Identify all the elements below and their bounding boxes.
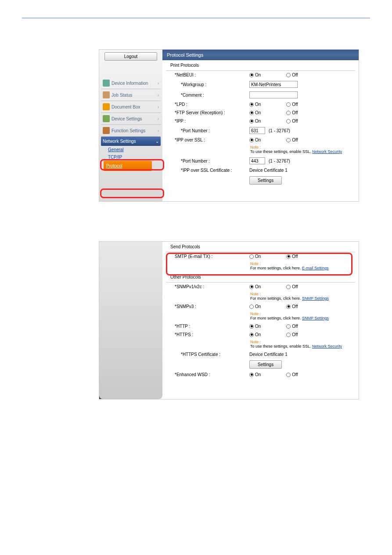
chevron-right-icon: › <box>158 128 159 133</box>
http-off[interactable]: Off <box>286 324 298 329</box>
http-on[interactable]: On <box>249 324 261 329</box>
snmp3-on[interactable]: On <box>249 304 261 309</box>
note-label: Note : <box>162 144 359 149</box>
nav-device-settings[interactable]: Device Settings› <box>101 113 161 125</box>
label-ippssl: *IPP over SSL : <box>170 138 249 142</box>
ippssl-settings-button[interactable]: Settings <box>249 176 282 185</box>
smtp-off[interactable]: Off <box>286 254 298 259</box>
chevron-down-icon: ⌄ <box>155 139 159 144</box>
header-rule <box>22 18 370 18</box>
lpd-off[interactable]: Off <box>286 102 298 107</box>
label-snmp3: *SNMPv3 : <box>170 304 249 309</box>
nav-label: Device Settings <box>111 116 142 121</box>
sidebar-2 <box>99 242 162 399</box>
nav-job-status[interactable]: Job Status› <box>101 89 161 101</box>
snmp3-off[interactable]: Off <box>286 304 298 309</box>
port-range: (1 - 32767) <box>269 128 290 133</box>
workgroup-input[interactable] <box>249 81 298 88</box>
nav-network-settings[interactable]: Network Settings⌄ <box>101 137 161 146</box>
smtp-on[interactable]: On <box>249 254 261 259</box>
https-off[interactable]: Off <box>286 332 298 337</box>
panel-title: Protocol Settings <box>162 50 359 60</box>
label-lpd: *LPD : <box>170 102 249 107</box>
ippssl-off[interactable]: Off <box>286 138 298 142</box>
sub-general[interactable]: General <box>108 146 161 153</box>
smtp-note: For more settings, click here. E-mail Se… <box>162 266 359 272</box>
port2-range: (1 - 32767) <box>269 159 290 163</box>
snmp12-on[interactable]: On <box>249 284 261 289</box>
label-ftp: *FTP Server (Reception) : <box>170 110 249 115</box>
ftp-off[interactable]: Off <box>286 110 298 115</box>
document-box-icon <box>103 103 110 110</box>
lpd-on[interactable]: On <box>249 102 261 107</box>
sidebar: Logout Device Information› Job Status› D… <box>99 50 162 201</box>
screenshot-1: Logout Device Information› Job Status› D… <box>99 49 359 202</box>
nav-label: Job Status <box>111 93 132 98</box>
link-email-settings[interactable]: E-mail Settings <box>302 266 329 270</box>
job-status-icon <box>103 91 110 98</box>
note-label: Note : <box>162 339 359 344</box>
label-netbeui: *NetBEUI : <box>170 73 249 77</box>
section-send-protocols: Send Protocols <box>166 242 355 252</box>
ewsd-off[interactable]: Off <box>286 372 298 377</box>
screenshot-2: Send Protocols SMTP (E-mail TX) :OnOff N… <box>99 241 359 399</box>
nav-function-settings[interactable]: Function Settings› <box>101 125 161 137</box>
https-settings-button[interactable]: Settings <box>249 360 282 369</box>
nav-label: Document Box <box>111 105 140 109</box>
function-settings-icon <box>103 127 110 134</box>
nav-label: Network Settings <box>103 139 136 144</box>
sub-tcpip[interactable]: TCP/IP <box>108 153 161 161</box>
nav-document-box[interactable]: Document Box› <box>101 101 161 113</box>
ewsd-on[interactable]: On <box>249 372 261 377</box>
snmp12-off[interactable]: Off <box>286 284 298 289</box>
label-ippssl-port: *Port Number : <box>170 159 249 163</box>
chevron-right-icon: › <box>158 81 159 86</box>
content-panel: Protocol Settings Print Protocols *NetBE… <box>162 50 359 201</box>
ippssl-on[interactable]: On <box>249 138 261 142</box>
ssl-note: To use these settings, enable SSL. Netwo… <box>162 149 359 156</box>
label-snmp12: *SNMPv1/v2c : <box>170 284 249 289</box>
sub-nav: General TCP/IP Protocol <box>101 146 161 171</box>
netbeui-on[interactable]: On <box>249 73 261 77</box>
link-network-security[interactable]: Network Security <box>312 149 342 154</box>
note-label: Note : <box>162 291 359 296</box>
sub-protocol[interactable]: Protocol <box>104 161 152 171</box>
chevron-right-icon: › <box>158 105 159 109</box>
section-print-protocols: Print Protocols <box>166 60 355 71</box>
https-note: To use these settings, enable SSL. Netwo… <box>162 344 359 350</box>
link-network-security-2[interactable]: Network Security <box>312 344 342 348</box>
https-on[interactable]: On <box>249 332 261 337</box>
label-https: *HTTPS : <box>170 332 249 337</box>
label-ipp-port: *Port Number : <box>170 128 249 133</box>
ippssl-port-input[interactable] <box>249 157 265 164</box>
comment-input[interactable] <box>249 91 298 98</box>
https-cert-value: Device Certificate 1 <box>249 352 351 357</box>
link-snmp-settings[interactable]: SNMP Settings <box>302 296 329 301</box>
content-panel-2: Send Protocols SMTP (E-mail TX) :OnOff N… <box>162 242 359 399</box>
nav-label: Function Settings <box>111 128 145 133</box>
ipp-off[interactable]: Off <box>286 119 298 123</box>
link-snmp-settings-2[interactable]: SNMP Settings <box>302 316 329 320</box>
note-label: Note : <box>162 311 359 316</box>
chevron-right-icon: › <box>158 116 159 121</box>
device-settings-icon <box>103 115 110 122</box>
snmp12-note: For more settings, click here. SNMP Sett… <box>162 296 359 302</box>
device-info-icon <box>103 80 110 87</box>
ipp-port-input[interactable] <box>249 127 265 134</box>
label-http: *HTTP : <box>170 324 249 329</box>
label-ewsd: *Enhanced WSD : <box>170 372 249 377</box>
label-smtp: SMTP (E-mail TX) : <box>170 254 249 259</box>
nav-label: Device Information <box>111 81 148 86</box>
label-workgroup: *Workgroup : <box>170 82 249 87</box>
ipp-on[interactable]: On <box>249 119 261 123</box>
label-ipp: *IPP : <box>170 119 249 123</box>
section-other-protocols: Other Protocols <box>166 272 355 283</box>
ippssl-cert-value: Device Certificate 1 <box>249 168 351 173</box>
note-label: Note : <box>162 261 359 266</box>
logout-button[interactable]: Logout <box>104 52 157 61</box>
chevron-right-icon: › <box>158 93 159 98</box>
label-ippssl-cert: *IPP over SSL Certificate : <box>170 168 249 173</box>
netbeui-off[interactable]: Off <box>286 73 298 77</box>
ftp-on[interactable]: On <box>249 110 261 115</box>
nav-device-information[interactable]: Device Information› <box>101 77 161 89</box>
